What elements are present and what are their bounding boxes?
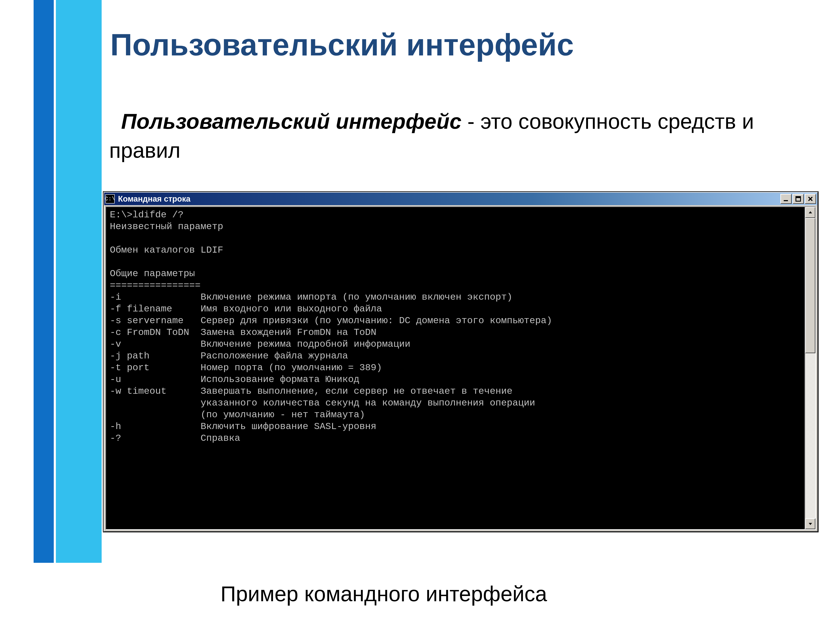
cmd-system-menu-icon[interactable]: C:\ xyxy=(106,194,115,204)
minimize-button[interactable] xyxy=(780,194,792,204)
arrow-down-icon xyxy=(808,521,813,526)
accent-bar-dark xyxy=(33,0,54,563)
svg-marker-6 xyxy=(809,523,812,525)
minimize-icon xyxy=(783,196,789,202)
maximize-icon xyxy=(795,196,801,202)
slide-body-text: Пользовательский интерфейс - это совокуп… xyxy=(109,107,792,165)
svg-rect-2 xyxy=(796,197,801,198)
slide-frame: Пользовательский интерфейс Пользовательс… xyxy=(0,0,840,630)
scrollbar-track[interactable] xyxy=(805,218,815,518)
cmd-window: C:\ Командная строка xyxy=(104,192,818,532)
slide-title: Пользовательский интерфейс xyxy=(110,27,574,63)
scrollbar-up-button[interactable] xyxy=(805,207,815,218)
slide-caption: Пример командного интерфейса xyxy=(221,582,547,606)
maximize-button[interactable] xyxy=(793,194,804,204)
window-controls xyxy=(780,194,816,204)
body-lead: Пользовательский интерфейс xyxy=(121,109,461,133)
arrow-up-icon xyxy=(808,210,813,215)
scrollbar-thumb[interactable] xyxy=(805,218,815,353)
cmd-client-area: E:\>ldifde /? Неизвестный параметр Обмен… xyxy=(106,207,816,530)
vertical-scrollbar[interactable] xyxy=(805,207,815,529)
close-icon xyxy=(807,196,813,202)
svg-marker-5 xyxy=(809,211,812,213)
svg-rect-0 xyxy=(784,200,788,201)
close-button[interactable] xyxy=(805,194,816,204)
cmd-output[interactable]: E:\>ldifde /? Неизвестный параметр Обмен… xyxy=(106,207,805,529)
cmd-titlebar[interactable]: C:\ Командная строка xyxy=(104,193,817,205)
accent-bar-light xyxy=(56,0,102,563)
cmd-sys-icon-label: C:\ xyxy=(105,196,115,202)
scrollbar-down-button[interactable] xyxy=(805,518,815,529)
cmd-title-text: Командная строка xyxy=(118,194,191,204)
